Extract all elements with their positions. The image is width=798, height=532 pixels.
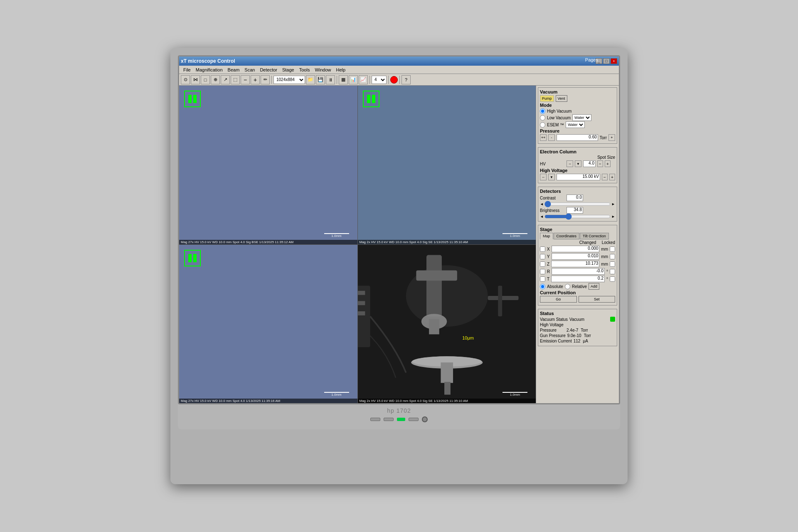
tab-tilt-correction[interactable]: Tilt Correction [580,233,609,239]
pause-bar-tr-left [367,95,370,103]
esem-medium-select[interactable]: Water [566,121,585,128]
go-button[interactable]: Go [540,296,577,303]
relative-radio[interactable] [565,284,570,289]
menu-file[interactable]: File [181,67,193,73]
toolbar-btn-box[interactable]: ⬚ [231,75,240,84]
x-unit: mm [601,247,608,251]
menu-magnification[interactable]: Magnification [193,67,225,73]
menu-beam[interactable]: Beam [225,67,242,73]
monitor-buttons [370,416,428,422]
num-select[interactable]: 4 1 2 [372,76,387,84]
svg-rect-3 [416,270,457,281]
absolute-radio[interactable] [540,284,545,289]
monitor-btn-minus[interactable] [384,418,394,421]
contrast-slider[interactable] [544,202,611,206]
z-locked[interactable] [610,261,615,267]
pressure-step-up[interactable]: + [608,134,615,141]
relative-label: Relative [572,284,587,289]
toolbar-btn-1[interactable]: ⊙ [181,75,190,84]
vacuum-status-indicator [610,317,615,322]
vacuum-section: Vacuum Pump Vent Mode High Vacuum Low [538,87,617,144]
x-locked[interactable] [610,246,615,252]
brightness-slider[interactable] [544,215,611,218]
hv-btn2[interactable]: ▼ [575,160,581,167]
toolbar-btn-save[interactable]: 💾 [316,75,325,84]
vacuum-buttons-row: Pump Vent [540,95,615,102]
toolbar-btn-chart3[interactable]: 📈 [359,75,368,84]
gun-pressure-row: Gun Pressure 9.0e-10 Torr [540,333,615,338]
y-row: Y 0.010 mm [540,253,615,260]
spot-decrement[interactable]: − [597,160,603,167]
high-vacuum-radio[interactable] [540,108,545,114]
pressure-increment[interactable]: - [548,134,555,141]
z-checkbox[interactable] [540,261,545,267]
t-locked[interactable] [610,276,615,282]
pump-button[interactable]: Pump [540,95,554,102]
toolbar-btn-3[interactable]: □ [201,75,210,84]
hv-decrement[interactable]: − [602,174,608,180]
y-label: Y [547,254,550,259]
resolution-select[interactable]: 1024x884 512x442 2048x1768 [273,76,305,84]
z-unit: mm [601,262,608,266]
toolbar-btn-crosshair[interactable]: ⊕ [211,75,220,84]
toolbar-btn-plus[interactable]: + [251,75,260,84]
y-value: 0.010 [552,253,600,260]
toolbar-btn-2[interactable]: ⋈ [191,75,200,84]
tab-coordinates[interactable]: Coordinates [554,233,580,239]
contrast-slider-row: ◄ ► [540,202,615,206]
toolbar-sep-4 [388,76,389,84]
r-locked[interactable] [610,269,615,274]
hv-ctrl2[interactable]: ▼ [548,174,555,180]
toolbar-btn-chart2[interactable]: 📊 [349,75,358,84]
x-checkbox[interactable] [540,246,545,252]
menu-help[interactable]: Help [334,67,348,73]
hv-btn1[interactable]: ↔ [566,160,573,167]
svg-rect-13 [488,296,518,300]
toolbar-btn-minus[interactable]: − [241,75,250,84]
menu-stage[interactable]: Stage [280,67,297,73]
toolbar-btn-pencil[interactable]: ✏ [261,75,270,84]
esem-radio[interactable] [540,122,545,128]
pause-btn-bottom-left[interactable] [184,250,201,266]
toolbar-btn-chart1[interactable]: ▦ [339,75,348,84]
toolbar-btn-arrow[interactable]: ↗ [221,75,230,84]
y-checkbox[interactable] [540,254,545,259]
hv-ctrl1[interactable]: ↔ [540,174,547,180]
menu-window[interactable]: Window [312,67,333,73]
pressure-value: 0.60 [557,134,598,141]
help-button[interactable]: ? [401,75,411,84]
high-vacuum-label: High Vacuum [547,109,571,113]
svg-rect-9 [444,382,451,394]
low-vacuum-radio[interactable] [540,115,545,121]
monitor-btn-plus[interactable] [409,418,419,421]
tab-map[interactable]: Map [540,233,553,239]
toolbar-btn-pause[interactable]: ⏸ [326,75,335,84]
record-button[interactable] [390,76,398,84]
menu-tools[interactable]: Tools [297,67,313,73]
toolbar-btn-folder[interactable]: 📁 [306,75,315,84]
menu-scan[interactable]: Scan [242,67,257,73]
scale-bar-bottom-right: 1.0mm [502,392,527,397]
t-checkbox[interactable] [540,276,545,282]
maximize-button[interactable]: □ [603,58,610,64]
monitor-btn-menu[interactable] [370,418,380,421]
svg-rect-16 [358,291,365,295]
low-vacuum-medium-select[interactable]: Water [572,114,591,121]
pressure-decrement[interactable]: ++ [540,134,547,141]
hv-increment[interactable]: + [609,174,615,180]
menu-detector[interactable]: Detector [257,67,280,73]
monitor-power-button[interactable] [422,416,428,422]
close-button[interactable]: × [611,58,617,64]
pause-btn-top-right[interactable] [363,91,379,107]
set-button[interactable]: Set [579,296,616,303]
gun-pressure-value: 9.0e-10 [567,333,581,338]
toolbar-sep-5 [399,76,400,84]
emission-label: Emission Current [540,339,572,343]
pause-btn-top-left[interactable] [184,91,201,107]
add-button[interactable]: Add [589,283,599,290]
spot-increment[interactable]: + [605,160,611,167]
y-locked[interactable] [610,254,615,259]
high-vacuum-row: High Vacuum [540,108,615,114]
r-checkbox[interactable] [540,269,545,274]
vent-button[interactable]: Vent [556,95,567,102]
